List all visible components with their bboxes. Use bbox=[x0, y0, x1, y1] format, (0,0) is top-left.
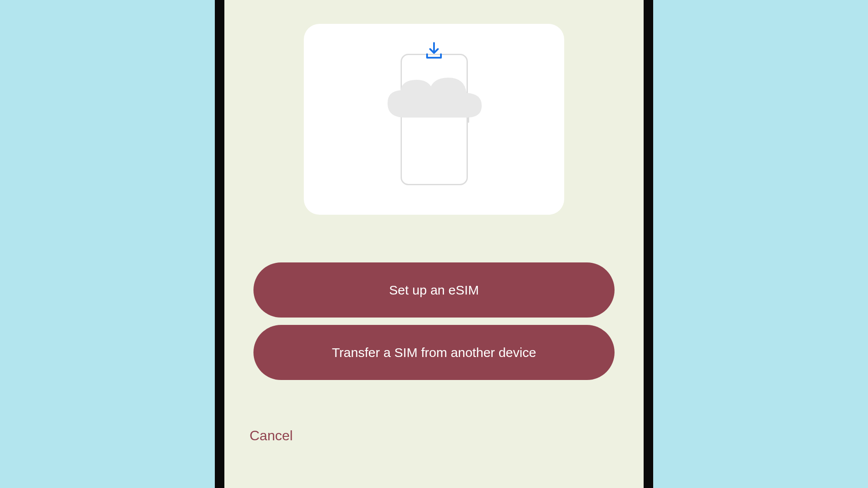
cancel-button[interactable]: Cancel bbox=[250, 428, 293, 444]
setup-esim-button[interactable]: Set up an eSIM bbox=[253, 262, 615, 318]
transfer-sim-button[interactable]: Transfer a SIM from another device bbox=[253, 325, 615, 380]
buttons-container: Set up an eSIM Transfer a SIM from anoth… bbox=[253, 262, 615, 380]
download-icon bbox=[424, 41, 444, 62]
phone-frame: Set up an eSIM Transfer a SIM from anoth… bbox=[215, 0, 653, 488]
phone-screen: Set up an eSIM Transfer a SIM from anoth… bbox=[224, 0, 644, 488]
cloud-icon bbox=[380, 74, 488, 126]
illustration-card bbox=[304, 24, 564, 215]
